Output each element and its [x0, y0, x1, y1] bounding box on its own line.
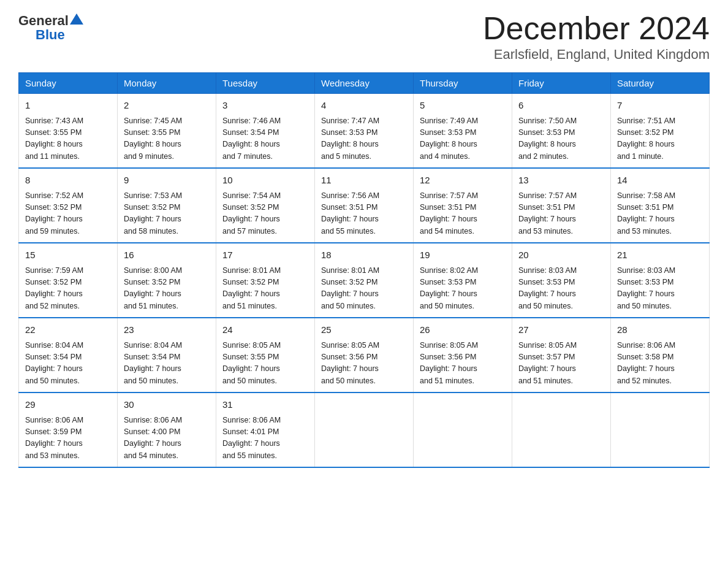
day-info: Sunrise: 7:58 AMSunset: 3:51 PMDaylight:…	[617, 190, 703, 238]
day-info: Sunrise: 7:43 AMSunset: 3:55 PMDaylight:…	[25, 115, 111, 163]
day-info: Sunrise: 7:49 AMSunset: 3:53 PMDaylight:…	[420, 115, 506, 163]
weekday-header-tuesday: Tuesday	[216, 73, 315, 94]
day-number: 5	[420, 99, 506, 113]
day-info: Sunrise: 8:05 AMSunset: 3:57 PMDaylight:…	[518, 340, 604, 388]
weekday-header-saturday: Saturday	[611, 73, 710, 94]
calendar-cell: 22Sunrise: 8:04 AMSunset: 3:54 PMDayligh…	[19, 318, 118, 393]
day-number: 2	[124, 99, 210, 113]
calendar-cell: 24Sunrise: 8:05 AMSunset: 3:55 PMDayligh…	[216, 318, 315, 393]
day-number: 20	[518, 248, 604, 262]
calendar-week-row: 8Sunrise: 7:52 AMSunset: 3:52 PMDaylight…	[19, 168, 710, 243]
day-number: 18	[321, 248, 407, 262]
day-info: Sunrise: 7:51 AMSunset: 3:52 PMDaylight:…	[617, 115, 703, 163]
day-number: 26	[420, 323, 506, 337]
calendar-cell	[315, 393, 414, 467]
day-number: 14	[617, 174, 703, 188]
calendar-cell: 31Sunrise: 8:06 AMSunset: 4:01 PMDayligh…	[216, 393, 315, 467]
calendar-cell: 21Sunrise: 8:03 AMSunset: 3:53 PMDayligh…	[611, 243, 710, 318]
day-info: Sunrise: 8:03 AMSunset: 3:53 PMDaylight:…	[617, 265, 703, 313]
day-info: Sunrise: 8:05 AMSunset: 3:55 PMDaylight:…	[222, 340, 308, 388]
day-info: Sunrise: 7:46 AMSunset: 3:54 PMDaylight:…	[222, 115, 308, 163]
calendar-table: SundayMondayTuesdayWednesdayThursdayFrid…	[18, 72, 710, 468]
day-info: Sunrise: 8:06 AMSunset: 4:01 PMDaylight:…	[222, 415, 308, 462]
day-number: 6	[518, 99, 604, 113]
svg-marker-0	[70, 13, 83, 25]
weekday-header-thursday: Thursday	[414, 73, 512, 94]
calendar-week-row: 15Sunrise: 7:59 AMSunset: 3:52 PMDayligh…	[19, 243, 710, 318]
day-info: Sunrise: 7:56 AMSunset: 3:51 PMDaylight:…	[321, 190, 407, 238]
day-number: 16	[124, 248, 210, 262]
day-number: 27	[518, 323, 604, 337]
calendar-cell: 3Sunrise: 7:46 AMSunset: 3:54 PMDaylight…	[216, 94, 315, 169]
day-number: 1	[25, 99, 111, 113]
day-number: 4	[321, 99, 407, 113]
day-number: 31	[222, 398, 308, 412]
calendar-cell: 26Sunrise: 8:05 AMSunset: 3:56 PMDayligh…	[414, 318, 512, 393]
day-info: Sunrise: 8:00 AMSunset: 3:52 PMDaylight:…	[124, 265, 210, 313]
day-number: 8	[25, 174, 111, 188]
day-info: Sunrise: 7:47 AMSunset: 3:53 PMDaylight:…	[321, 115, 407, 163]
day-info: Sunrise: 7:57 AMSunset: 3:51 PMDaylight:…	[420, 190, 506, 238]
day-info: Sunrise: 8:04 AMSunset: 3:54 PMDaylight:…	[124, 340, 210, 388]
day-info: Sunrise: 7:54 AMSunset: 3:52 PMDaylight:…	[222, 190, 308, 238]
calendar-cell: 15Sunrise: 7:59 AMSunset: 3:52 PMDayligh…	[19, 243, 118, 318]
day-number: 13	[518, 174, 604, 188]
day-number: 7	[617, 99, 703, 113]
day-info: Sunrise: 8:05 AMSunset: 3:56 PMDaylight:…	[420, 340, 506, 388]
calendar-cell: 10Sunrise: 7:54 AMSunset: 3:52 PMDayligh…	[216, 168, 315, 243]
day-info: Sunrise: 8:06 AMSunset: 3:58 PMDaylight:…	[617, 340, 703, 388]
calendar-cell: 16Sunrise: 8:00 AMSunset: 3:52 PMDayligh…	[118, 243, 216, 318]
calendar-cell	[414, 393, 512, 467]
calendar-cell: 8Sunrise: 7:52 AMSunset: 3:52 PMDaylight…	[19, 168, 118, 243]
calendar-cell: 5Sunrise: 7:49 AMSunset: 3:53 PMDaylight…	[414, 94, 512, 169]
day-number: 11	[321, 174, 407, 188]
location-title: Earlsfield, England, United Kingdom	[483, 47, 710, 63]
day-number: 25	[321, 323, 407, 337]
day-number: 22	[25, 323, 111, 337]
day-info: Sunrise: 7:50 AMSunset: 3:53 PMDaylight:…	[518, 115, 604, 163]
day-number: 3	[222, 99, 308, 113]
title-area: December 2024 Earlsfield, England, Unite…	[483, 12, 710, 63]
weekday-header-friday: Friday	[512, 73, 611, 94]
day-number: 29	[25, 398, 111, 412]
calendar-cell: 11Sunrise: 7:56 AMSunset: 3:51 PMDayligh…	[315, 168, 414, 243]
day-number: 9	[124, 174, 210, 188]
day-info: Sunrise: 7:59 AMSunset: 3:52 PMDaylight:…	[25, 265, 111, 313]
calendar-cell: 14Sunrise: 7:58 AMSunset: 3:51 PMDayligh…	[611, 168, 710, 243]
logo: General Blue	[18, 12, 85, 43]
calendar-cell: 2Sunrise: 7:45 AMSunset: 3:55 PMDaylight…	[118, 94, 216, 169]
day-info: Sunrise: 8:01 AMSunset: 3:52 PMDaylight:…	[222, 265, 308, 313]
calendar-cell: 30Sunrise: 8:06 AMSunset: 4:00 PMDayligh…	[118, 393, 216, 467]
calendar-cell: 28Sunrise: 8:06 AMSunset: 3:58 PMDayligh…	[611, 318, 710, 393]
calendar-cell: 27Sunrise: 8:05 AMSunset: 3:57 PMDayligh…	[512, 318, 611, 393]
day-number: 15	[25, 248, 111, 262]
day-number: 21	[617, 248, 703, 262]
calendar-week-row: 22Sunrise: 8:04 AMSunset: 3:54 PMDayligh…	[19, 318, 710, 393]
page-header: General Blue December 2024 Earlsfield, E…	[18, 12, 710, 63]
calendar-cell: 17Sunrise: 8:01 AMSunset: 3:52 PMDayligh…	[216, 243, 315, 318]
calendar-cell	[512, 393, 611, 467]
logo-blue-text: Blue	[36, 27, 65, 42]
calendar-cell: 18Sunrise: 8:01 AMSunset: 3:52 PMDayligh…	[315, 243, 414, 318]
calendar-cell: 4Sunrise: 7:47 AMSunset: 3:53 PMDaylight…	[315, 94, 414, 169]
calendar-cell: 20Sunrise: 8:03 AMSunset: 3:53 PMDayligh…	[512, 243, 611, 318]
day-number: 30	[124, 398, 210, 412]
calendar-cell: 6Sunrise: 7:50 AMSunset: 3:53 PMDaylight…	[512, 94, 611, 169]
calendar-cell	[611, 393, 710, 467]
day-info: Sunrise: 8:04 AMSunset: 3:54 PMDaylight:…	[25, 340, 111, 388]
calendar-cell: 29Sunrise: 8:06 AMSunset: 3:59 PMDayligh…	[19, 393, 118, 467]
day-number: 17	[222, 248, 308, 262]
calendar-cell: 25Sunrise: 8:05 AMSunset: 3:56 PMDayligh…	[315, 318, 414, 393]
calendar-cell: 13Sunrise: 7:57 AMSunset: 3:51 PMDayligh…	[512, 168, 611, 243]
calendar-cell: 7Sunrise: 7:51 AMSunset: 3:52 PMDaylight…	[611, 94, 710, 169]
day-number: 10	[222, 174, 308, 188]
calendar-cell: 9Sunrise: 7:53 AMSunset: 3:52 PMDaylight…	[118, 168, 216, 243]
day-info: Sunrise: 8:06 AMSunset: 3:59 PMDaylight:…	[25, 415, 111, 462]
weekday-header-monday: Monday	[118, 73, 216, 94]
day-number: 23	[124, 323, 210, 337]
day-info: Sunrise: 8:06 AMSunset: 4:00 PMDaylight:…	[124, 415, 210, 462]
weekday-header-row: SundayMondayTuesdayWednesdayThursdayFrid…	[19, 73, 710, 94]
calendar-cell: 19Sunrise: 8:02 AMSunset: 3:53 PMDayligh…	[414, 243, 512, 318]
calendar-cell: 12Sunrise: 7:57 AMSunset: 3:51 PMDayligh…	[414, 168, 512, 243]
calendar-week-row: 29Sunrise: 8:06 AMSunset: 3:59 PMDayligh…	[19, 393, 710, 467]
